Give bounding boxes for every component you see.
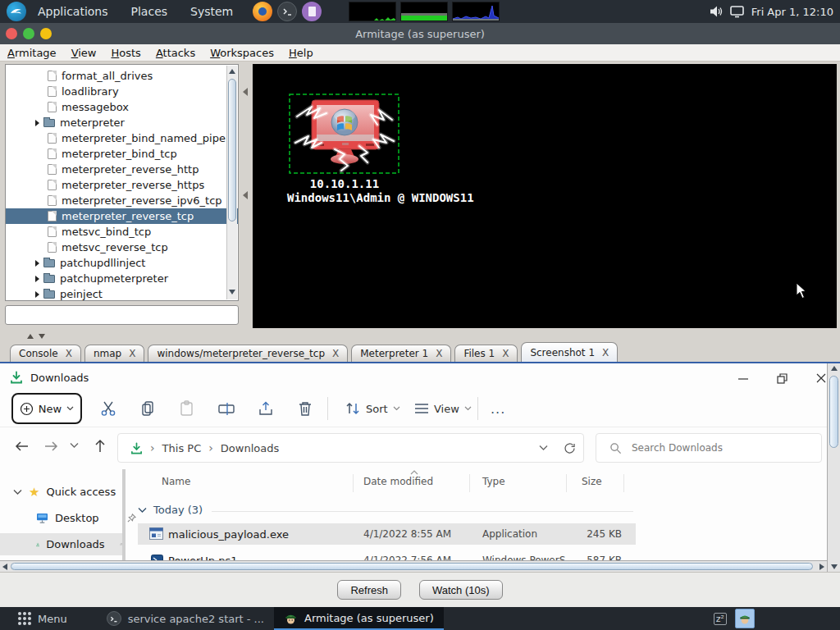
vertical-scrollbar-thumb[interactable]: [829, 376, 838, 448]
refresh-button[interactable]: Refresh: [337, 580, 401, 600]
tree-item[interactable]: meterpreter_reverse_https: [6, 177, 238, 193]
taskbar-task-terminal[interactable]: service apache2 start - ...: [97, 607, 274, 630]
menu-places[interactable]: Places: [120, 0, 180, 23]
up-icon[interactable]: [92, 438, 108, 454]
target-graph-area[interactable]: 10.10.1.11 Windows11\Admin @ WINDOWS11: [253, 64, 837, 328]
tree-item-selected[interactable]: meterpreter_reverse_tcp: [6, 208, 238, 224]
history-chevron-icon[interactable]: [70, 442, 79, 449]
payload-filter-input[interactable]: [5, 305, 239, 325]
copy-icon[interactable]: [139, 399, 157, 418]
tab-close-icon[interactable]: X: [602, 347, 609, 358]
paste-icon[interactable]: [178, 399, 196, 418]
address-bar[interactable]: › This PC › Downloads: [117, 433, 584, 463]
menubar-armitage[interactable]: Armitage: [0, 47, 64, 59]
tab-nmap[interactable]: nmapX: [84, 345, 145, 362]
sort-button[interactable]: Sort: [345, 392, 400, 425]
screenshot-vertical-scrollbar[interactable]: [827, 363, 840, 572]
scroll-up-icon[interactable]: [229, 69, 235, 74]
tree-item[interactable]: messagebox: [6, 99, 238, 115]
menu-system[interactable]: System: [179, 0, 244, 23]
tab-files-1[interactable]: Files 1X: [454, 345, 518, 362]
display-settings-icon[interactable]: [730, 6, 744, 18]
menubar-view[interactable]: View: [64, 47, 104, 59]
cut-icon[interactable]: [99, 399, 117, 418]
tree-item[interactable]: metsvc_bind_tcp: [6, 224, 238, 240]
window-maximize-button[interactable]: [23, 28, 34, 39]
tab-console[interactable]: ConsoleX: [10, 345, 81, 362]
tree-item[interactable]: metsvc_reverse_tcp: [6, 240, 238, 255]
chevron-down-icon[interactable]: [13, 489, 22, 495]
tree-scrollbar[interactable]: [226, 66, 237, 299]
menu-applications[interactable]: Applications: [26, 0, 120, 23]
forward-icon[interactable]: [43, 438, 59, 454]
tree-item-folder[interactable]: meterpreter: [6, 115, 238, 130]
tab-close-icon[interactable]: X: [502, 348, 509, 359]
tree-item[interactable]: format_all_drives: [6, 68, 238, 84]
tree-scrollbar-thumb[interactable]: [228, 79, 236, 221]
share-icon[interactable]: [257, 399, 275, 418]
group-header-today[interactable]: Today (3): [138, 504, 203, 516]
expand-arrow-icon[interactable]: [35, 260, 39, 267]
breadcrumb-this-pc[interactable]: This PC: [162, 442, 202, 454]
tree-item[interactable]: loadlibrary: [6, 84, 238, 99]
explorer-minimize-icon[interactable]: [737, 372, 750, 385]
tree-item-folder[interactable]: peinject: [6, 286, 238, 301]
tree-item-folder[interactable]: patchupmeterpreter: [6, 271, 238, 286]
horizontal-splitter[interactable]: [0, 331, 840, 342]
file-row-malicious-payload[interactable]: malicious_payload.exe 4/1/2022 8:55 AM A…: [138, 523, 636, 545]
expand-arrow-icon[interactable]: [35, 120, 39, 126]
file-row-powerup[interactable]: PowerUp.ps1 4/1/2022 7:56 AM Windows Pow…: [138, 550, 636, 560]
menubar-hosts[interactable]: Hosts: [103, 47, 148, 59]
column-separator[interactable]: [623, 474, 624, 492]
column-header-name[interactable]: Name: [162, 476, 190, 487]
terminal-launcher-icon[interactable]: [277, 2, 297, 21]
address-dropdown-icon[interactable]: [539, 445, 548, 451]
target-host-windows11[interactable]: 10.10.1.11 Windows11\Admin @ WINDOWS11: [287, 92, 402, 204]
column-header-date-modified[interactable]: Date modified: [363, 476, 433, 487]
tab-close-icon[interactable]: X: [436, 348, 442, 359]
window-minimize-button[interactable]: [40, 28, 52, 39]
rename-icon[interactable]: [217, 399, 235, 418]
taskbar-task-armitage[interactable]: Armitage (as superuser): [274, 607, 444, 630]
scroll-up-icon[interactable]: [831, 366, 838, 371]
delete-icon[interactable]: [296, 399, 314, 418]
panel-clock[interactable]: Fri Apr 1, 12:10: [751, 6, 833, 18]
tab-meterpreter-reverse-tcp[interactable]: windows/meterpreter_reverse_tcpX: [148, 345, 348, 362]
back-icon[interactable]: [14, 438, 30, 454]
chevron-down-icon[interactable]: [138, 507, 147, 514]
sidebar-item-desktop[interactable]: Desktop: [0, 507, 136, 529]
kali-logo-icon[interactable]: [7, 2, 26, 21]
tree-item-folder[interactable]: patchupdllinject: [6, 255, 238, 271]
firefox-launcher-icon[interactable]: [253, 2, 272, 21]
menubar-attacks[interactable]: Attacks: [148, 47, 203, 59]
refresh-icon[interactable]: [563, 441, 577, 455]
splitter-collapse-icon[interactable]: [243, 88, 248, 96]
tab-close-icon[interactable]: X: [129, 348, 135, 359]
splitter-down-icon[interactable]: [39, 334, 45, 339]
scroll-down-icon[interactable]: [831, 564, 838, 569]
column-separator[interactable]: [469, 474, 470, 492]
editor-launcher-icon[interactable]: [302, 2, 322, 21]
menubar-help[interactable]: Help: [281, 47, 321, 59]
scroll-down-icon[interactable]: [229, 290, 235, 294]
volume-icon[interactable]: [710, 5, 723, 18]
splitter-collapse-icon[interactable]: [243, 191, 248, 199]
new-button[interactable]: New: [11, 393, 82, 424]
column-separator[interactable]: [566, 474, 567, 492]
sidebar-item-downloads[interactable]: Downloads: [0, 533, 122, 555]
tab-meterpreter-1[interactable]: Meterpreter 1X: [351, 345, 451, 362]
horizontal-scrollbar-thumb[interactable]: [11, 563, 813, 570]
tab-close-icon[interactable]: X: [66, 348, 72, 359]
watch-button[interactable]: Watch (10s): [419, 580, 503, 600]
window-close-button[interactable]: [6, 28, 17, 39]
screenshot-horizontal-scrollbar[interactable]: [0, 560, 827, 572]
armitage-window-tray-icon[interactable]: [735, 609, 755, 628]
scroll-left-icon[interactable]: [2, 564, 7, 570]
expand-arrow-icon[interactable]: [35, 291, 39, 298]
sidebar-item-quick-access[interactable]: ★ Quick access: [0, 481, 116, 503]
system-monitor-graphs[interactable]: [349, 2, 500, 21]
tree-item[interactable]: meterpreter_bind_named_pipe: [6, 130, 238, 146]
payload-tree[interactable]: format_all_drives loadlibrary messagebox…: [5, 64, 239, 301]
scroll-right-icon[interactable]: [819, 564, 824, 570]
splitter-up-icon[interactable]: [27, 334, 34, 339]
